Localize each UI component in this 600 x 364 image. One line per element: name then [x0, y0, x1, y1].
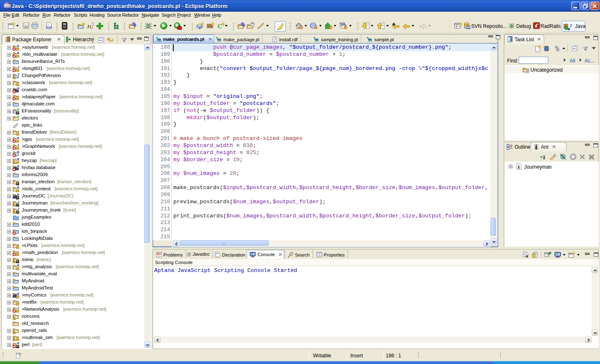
- svg-text:R: R: [17, 51, 20, 55]
- svg-text:J: J: [17, 143, 19, 147]
- svg-text:U: U: [90, 24, 93, 30]
- svg-text:R: R: [17, 264, 20, 267]
- svg-text:SVN: SVN: [465, 26, 471, 29]
- svg-text:J: J: [570, 23, 572, 28]
- svg-text:P: P: [17, 342, 20, 345]
- svg-text:J: J: [17, 306, 19, 310]
- svg-text:J: J: [17, 200, 19, 204]
- svg-text:010: 010: [46, 25, 52, 29]
- svg-text:P: P: [17, 108, 20, 112]
- svg-text:J: J: [17, 207, 19, 211]
- svg-text:R: R: [17, 186, 20, 189]
- svg-text:R: R: [17, 150, 20, 154]
- svg-text:P: P: [17, 115, 20, 119]
- svg-text:P: P: [17, 136, 20, 140]
- svg-text:J: J: [17, 65, 19, 69]
- svg-text:P: P: [17, 165, 20, 168]
- svg-text:P: P: [17, 44, 20, 48]
- svg-text:J: J: [17, 72, 19, 76]
- svg-text:P: P: [17, 87, 20, 90]
- svg-text:P: P: [17, 292, 20, 296]
- svg-text:R: R: [17, 157, 20, 161]
- svg-text:P: P: [17, 193, 20, 197]
- svg-text:J: J: [87, 23, 90, 30]
